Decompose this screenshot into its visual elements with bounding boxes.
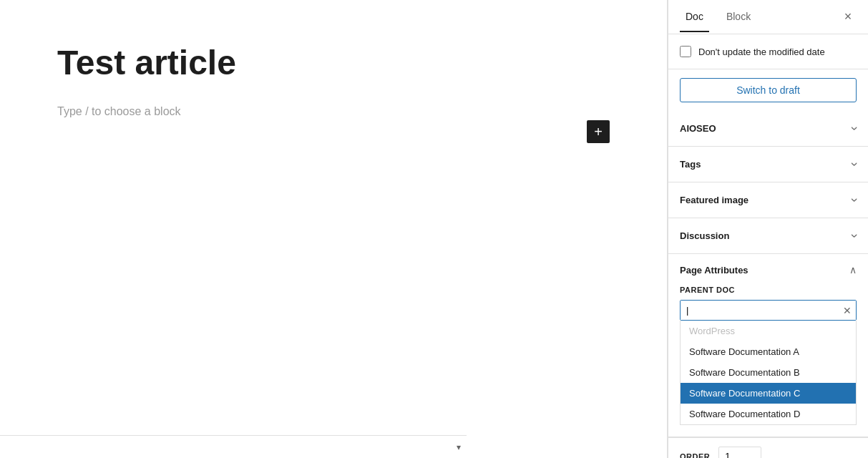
section-page-attributes-header[interactable]: Page Attributes ∧ [668,254,868,286]
featured-image-chevron-icon: › [847,198,862,203]
modified-date-checkbox[interactable] [680,46,691,57]
sidebar: Doc Block × Don't update the modified da… [668,0,868,458]
article-title[interactable]: Test article [57,43,610,82]
dropdown-item-wordpress[interactable]: WordPress [681,321,856,341]
section-discussion: Discussion › [668,218,868,254]
bottom-bar: ▾ [0,435,467,458]
dropdown-item-sda[interactable]: Software Documentation A [681,341,856,362]
add-block-button[interactable]: + [587,120,610,143]
bottom-chevron-icon: ▾ [457,442,461,452]
order-label: ORDER [680,452,710,459]
dropdown-item-sdc[interactable]: Software Documentation C [681,383,856,404]
clear-search-button[interactable]: ✕ [843,305,852,316]
parent-doc-label: PARENT DOC [680,286,857,294]
section-discussion-title: Discussion [680,230,729,241]
dropdown-item-sdd[interactable]: Software Documentation D [681,404,856,424]
section-aioseo-header[interactable]: AIOSEO › [668,111,868,146]
sidebar-content: Don't update the modified date Switch to… [668,34,868,458]
sidebar-header: Doc Block × [668,0,868,34]
checkbox-label: Don't update the modified date [698,47,825,57]
section-page-attributes-title: Page Attributes [680,265,748,276]
tab-doc[interactable]: Doc [680,2,709,32]
checkbox-row: Don't update the modified date [668,34,868,69]
section-aioseo-title: AIOSEO [680,123,716,134]
section-page-attributes: Page Attributes ∧ PARENT DOC ✕ WordPress… [668,254,868,437]
sidebar-tabs: Doc Block [680,2,768,32]
order-section: ORDER [668,437,868,458]
tags-chevron-icon: › [847,162,862,167]
section-tags-title: Tags [680,159,701,170]
editor-placeholder[interactable]: Type / to choose a block [57,105,610,118]
section-featured-image-header[interactable]: Featured image › [668,182,868,218]
discussion-chevron-icon: › [847,234,862,238]
parent-doc-search-wrap: ✕ [680,300,857,321]
section-tags: Tags › [668,147,868,182]
section-discussion-header[interactable]: Discussion › [668,218,868,253]
section-featured-image: Featured image › [668,182,868,218]
switch-to-draft-button[interactable]: Switch to draft [680,78,857,102]
page-attributes-chevron-icon: ∧ [849,264,857,276]
parent-doc-search-input[interactable] [681,301,856,320]
section-aioseo: AIOSEO › [668,111,868,147]
parent-doc-dropdown: WordPress Software Documentation A Softw… [680,321,857,425]
page-attributes-body: PARENT DOC ✕ WordPress Software Document… [668,286,868,437]
tab-block[interactable]: Block [721,2,756,32]
editor-area: Test article Type / to choose a block + … [0,0,668,458]
order-input[interactable] [718,447,761,458]
dropdown-item-sdb[interactable]: Software Documentation B [681,362,856,383]
aioseo-chevron-icon: › [847,127,862,131]
section-featured-image-title: Featured image [680,195,748,205]
close-button[interactable]: × [839,9,857,26]
section-tags-header[interactable]: Tags › [668,147,868,182]
